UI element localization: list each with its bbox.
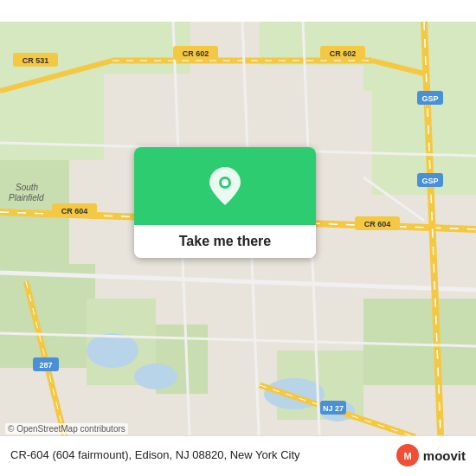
take-me-there-button[interactable]: Take me there — [134, 225, 316, 258]
svg-rect-10 — [363, 22, 476, 91]
bottom-bar: CR-604 (604 fairmount), Edison, NJ 08820… — [0, 435, 476, 476]
svg-text:CR 602: CR 602 — [330, 49, 357, 58]
svg-text:Plainfield: Plainfield — [9, 193, 44, 203]
svg-point-12 — [87, 333, 138, 368]
svg-text:NJ 27: NJ 27 — [323, 404, 344, 413]
map-pin-area — [134, 147, 316, 225]
svg-text:287: 287 — [39, 361, 52, 370]
svg-text:South: South — [16, 183, 39, 192]
take-me-there-card[interactable]: Take me there — [134, 147, 316, 258]
svg-rect-8 — [52, 22, 190, 74]
svg-text:M: M — [403, 451, 411, 461]
location-pin-icon — [209, 167, 241, 205]
svg-text:CR 531: CR 531 — [23, 56, 49, 65]
map-container: CR 531 CR 602 CR 602 CR 604 CR 604 CR 60… — [0, 0, 476, 476]
moovit-logo: M moovit — [396, 443, 466, 467]
svg-rect-3 — [0, 264, 95, 368]
svg-text:GSP: GSP — [421, 94, 438, 103]
moovit-label: moovit — [423, 448, 466, 463]
svg-rect-7 — [363, 299, 476, 385]
svg-text:CR 604: CR 604 — [61, 207, 88, 215]
address-text: CR-604 (604 fairmount), Edison, NJ 08820… — [10, 448, 396, 463]
svg-text:CR 604: CR 604 — [364, 220, 391, 228]
moovit-icon: M — [396, 443, 420, 467]
map-attribution: © OpenStreetMap contributors — [5, 423, 128, 434]
svg-text:CR 602: CR 602 — [183, 49, 209, 58]
svg-point-13 — [134, 363, 177, 389]
svg-point-58 — [222, 179, 228, 186]
svg-text:GSP: GSP — [421, 177, 438, 185]
